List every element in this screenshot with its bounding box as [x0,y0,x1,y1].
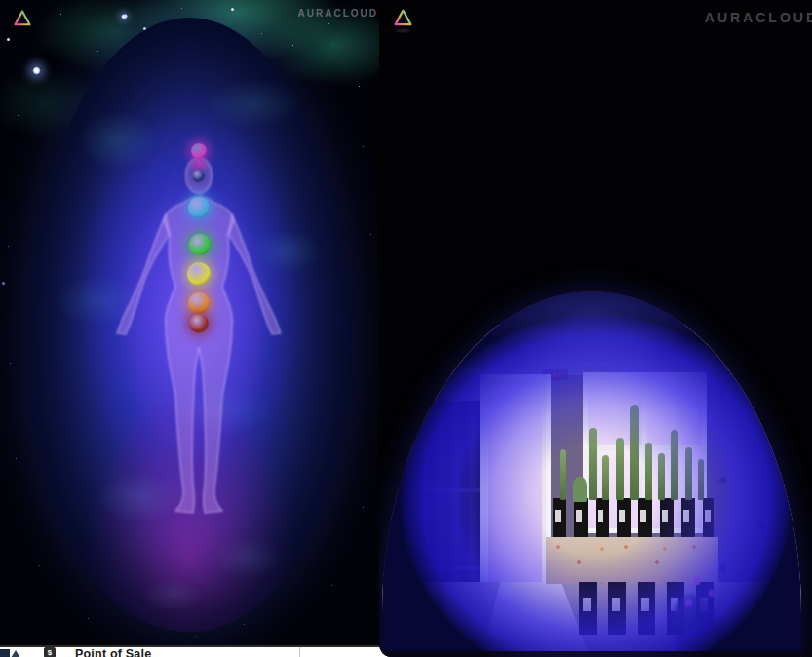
logo-reflection [395,29,410,32]
auracloud-app: AURACLOUD EXIT [0,0,812,657]
environment-aura-panel: EXIT [379,0,812,657]
chakra-solar-plexus [187,262,211,286]
chakra-heart [189,234,211,255]
chakra-third-eye [192,170,205,182]
point-of-sale-icon[interactable]: $ [44,647,56,657]
chakra-throat [188,197,210,218]
titlebar-separator [299,647,300,657]
window-title[interactable]: Point of Sale [75,647,151,657]
app-icon[interactable] [11,650,20,657]
window-icon[interactable] [0,649,10,657]
starfield [0,0,1,1]
aura-dome-glow [382,291,801,657]
chakra-crown [191,143,207,159]
chakra-sacral [188,292,210,314]
bottom-edge [379,651,812,657]
brand-title: AURACLOUD [298,8,378,19]
chakra-root [189,314,209,333]
body-aura-panel: AURACLOUD [0,0,379,645]
auracloud-logo-icon [13,9,32,28]
bright-star-small [121,14,127,19]
background-window-titlebar[interactable]: $ Point of Sale [0,645,390,657]
aura-dome: EXIT [382,291,801,657]
auracloud-logo-icon [393,8,413,28]
brand-title: AURACLOUD [705,10,812,25]
bright-star [32,66,41,75]
